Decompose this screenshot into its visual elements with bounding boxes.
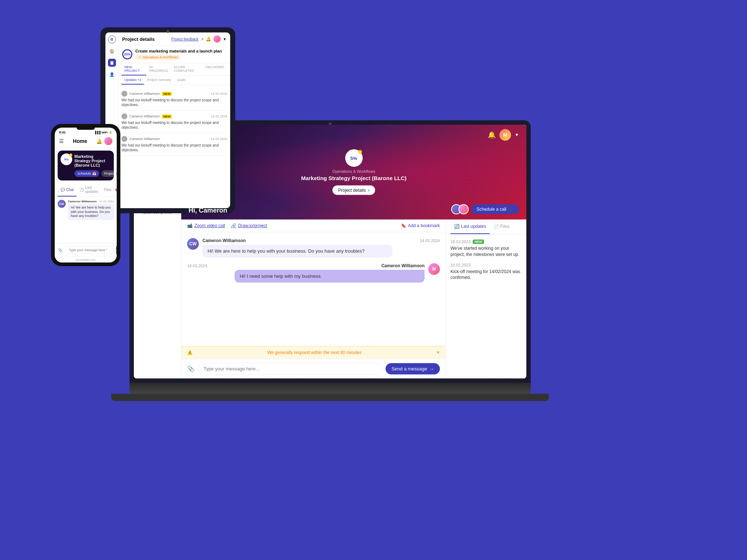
update-text-2: Kick-off meeting for 14/02/2024 was conf… [450,269,522,281]
schedule-call-button[interactable]: Schedule a call 📞 [472,205,519,214]
link-icon: 🔗 [231,223,236,228]
wifi-icon: WiFi [101,131,108,134]
phone-tab-files[interactable]: Files [101,183,115,197]
hero-project-name: Marketing Strategy Project (Barone LLC) [301,175,406,181]
tablet-nav-home[interactable]: 🏠 [108,47,116,55]
close-notice-icon[interactable]: ✕ [436,350,440,355]
hero-header: Home 🔔 M ▼ [181,125,526,145]
signal-icon: ▐▐▐ [94,131,100,134]
hero-category: Operations & Workflows [301,169,406,174]
project-info: 25% Create marketing materials and a lau… [119,46,230,63]
send-arrow-icon: › [116,248,117,252]
chevron-down-icon: ▼ [223,37,227,41]
sub-tab-updates[interactable]: Updates +2 [121,76,144,85]
laptop-foot [111,394,549,401]
progress-badge: 5% [345,149,363,167]
phone-bookmark[interactable]: 🔖 Add a bookmark [115,183,117,197]
tablet-update-meta-1: Cameron Williamson NEW 14.02.2024 [121,91,227,97]
chat-input[interactable] [198,363,382,375]
drawio-link[interactable]: 🔗 Draw.io/project [231,223,267,228]
phone-icon: 📞 [508,207,514,212]
user-avatar[interactable]: M [499,129,511,141]
tablet-sub-tabs: Updates +2 Project overview Goals [119,76,230,85]
tab-delivered[interactable]: DELIVERED [203,63,227,75]
tablet-nav-projects[interactable]: 📋 [108,59,116,67]
update-date-2: 18.02.2023 [450,263,522,267]
phone-tab-updates[interactable]: 🕐 Last updates [77,183,101,197]
tablet-new-badge-2: NEW [162,114,172,118]
chat-bubble-1: Hi! We are here to help you with your bu… [202,245,392,257]
phone-header-icons: 🔔 [96,137,112,145]
tablet-title: Project details [122,36,155,42]
phone-schedule-button[interactable]: Schedule 📅 [74,170,99,177]
bookmark-icon-phone: 🔖 [115,188,117,192]
notification-icon-phone[interactable]: 🔔 [96,139,102,144]
project-details-button[interactable]: Project details › [332,186,375,195]
phone: 9:41 ▐▐▐ WiFi 🔋 ☰ Home 🔔 5% [51,124,120,266]
new-badge-1: NEW [473,240,484,244]
bookmark-icon: 🔖 [401,223,406,228]
video-icon: 📹 [187,223,193,228]
notification-icon[interactable]: 🔔 [488,131,496,139]
phone-status-icons: ▐▐▐ WiFi 🔋 [94,131,112,134]
battery-icon: 🔋 [109,131,112,134]
phone-outer: 9:41 ▐▐▐ WiFi 🔋 ☰ Home 🔔 5% [51,124,120,266]
phone-message-content-1: Cameron Williamson 14.02.2024 Hi! We are… [68,200,114,220]
right-panel-tabs: 🔄 Last updates 📄 Files [446,219,526,234]
attachment-icon: 📎 [187,365,194,372]
tablet-camera [166,30,169,33]
tablet-content: Project details Project feedback ↗ 🔔 ▼ 2… [119,32,230,208]
hero-greeting: Hi, Cameron [189,207,227,214]
files-icon: 📄 [494,224,499,229]
tablet-logo: R [108,35,116,43]
tablet: R 🏠 📋 👤 Project details Project feedback… [100,27,235,213]
phone-input-bar: 📎 › [55,243,117,257]
user-avatar-tablet[interactable] [213,35,221,43]
phone-message-meta-1: Cameron Williamson 14.02.2024 [68,200,114,203]
phone-progress-badge: 5% [61,153,72,165]
phone-progress-dot [69,153,72,156]
chat-panel: 📹 Zoom video call 🔗 Draw.io/project 🔖 Ad… [181,219,446,378]
phone-url-bar: a.example.com [55,257,117,262]
chat-message-2: M Cameron Williamson 14.02.2024 Hi! I ne… [187,263,440,283]
tab-in-progress[interactable]: IN PROGRESS [146,63,171,75]
phone-project-button[interactable]: Project 📋 [101,170,117,177]
phone-title: Home [73,138,87,144]
tab-new-project[interactable]: NEW PROJECT [121,63,146,75]
tablet-header: Project details Project feedback ↗ 🔔 ▼ [119,32,230,46]
menu-icon[interactable]: ☰ [59,138,64,144]
hero-bottom-right: Schedule a call 📞 [451,204,519,214]
update-item-2: 18.02.2023 Kick-off meeting for 14/02/20… [450,263,522,281]
bell-icon[interactable]: 🔔 [206,36,211,42]
sub-tab-overview[interactable]: Project overview [144,76,174,85]
updates-panel: 🔄 Last updates 📄 Files 18.02. [446,219,526,378]
tab-last-updates[interactable]: 🔄 Last updates [450,219,490,234]
sender-avatar-2: M [428,263,440,275]
phone-send-button[interactable]: › [116,246,117,254]
arrow-right-icon: → [429,366,434,372]
send-message-button[interactable]: Send a message → [386,363,440,374]
warning-icon: ⚠️ [187,350,193,355]
chat-input-bar: 📎 Send a message → [181,359,446,378]
avatar-group [451,204,469,214]
tablet-update-avatar-2 [121,113,127,119]
sender-avatar-1: CW [187,238,199,250]
tab-scope-completed[interactable]: SCOPE COMPLETED [171,63,203,75]
sub-tab-goals[interactable]: Goals [174,76,189,85]
zoom-call-link[interactable]: 📹 Zoom video call [187,223,225,228]
tablet-header-right: Project feedback ↗ 🔔 ▼ [171,35,227,43]
user-avatar-phone[interactable] [104,137,112,145]
phone-tab-chat[interactable]: 💬 Chat [58,183,77,197]
hero-center: 5% Operations & Workflows Marketing Stra… [301,149,406,195]
add-bookmark-button[interactable]: 🔖 Add a bookmark [401,223,440,228]
laptop-bottom: 📹 Zoom video call 🔗 Draw.io/project 🔖 Ad… [181,219,526,378]
phone-inner: 9:41 ▐▐▐ WiFi 🔋 ☰ Home 🔔 5% [55,128,117,262]
chat-bubble-2: Hi! I need some help with my business. [235,270,425,283]
phone-chat-input[interactable] [65,246,114,254]
tab-files[interactable]: 📄 Files [490,219,513,234]
tablet-nav-profile[interactable]: 👤 [108,70,116,78]
project-feedback-link[interactable]: Project feedback [171,37,199,41]
update-text-1: We've started working on your project, t… [450,245,522,258]
progress-circle: 25% [122,49,132,59]
chat-notice: ⚠️ We generally respond within the next … [181,346,446,359]
